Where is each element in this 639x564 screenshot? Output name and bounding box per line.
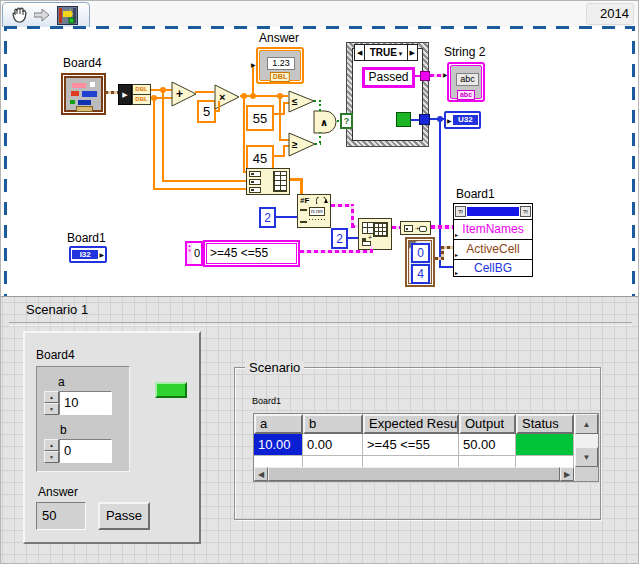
nfs-tick xyxy=(300,209,307,211)
greater-equal-node[interactable]: ≥ xyxy=(288,132,316,157)
table-scroll-left-button[interactable]: ◀ xyxy=(254,467,268,481)
unbundle-icon: ▶ xyxy=(118,84,132,105)
wire-dbl xyxy=(162,180,246,182)
array-convert-node[interactable]: ·+ xyxy=(400,221,431,235)
string2-type-tag: abc xyxy=(457,90,475,100)
passe-button[interactable]: Passe xyxy=(98,502,150,530)
add-node[interactable]: + xyxy=(171,81,197,107)
cell-output[interactable]: 50.00 xyxy=(459,434,516,456)
range-array-string[interactable]: >=45 <=55 xyxy=(203,240,300,267)
answer-indicator[interactable]: 1.23 DBL xyxy=(256,47,304,84)
build-array-node[interactable] xyxy=(246,168,290,195)
less-equal-glyph: ≤ xyxy=(292,96,298,107)
property-itemnames-text: ItemNames xyxy=(462,222,523,236)
table-hscroll-thumb[interactable] xyxy=(268,467,560,481)
constant-55[interactable]: 55 xyxy=(246,105,274,131)
column-header-status[interactable]: Status xyxy=(516,414,574,434)
column-header-b[interactable]: b xyxy=(303,414,363,434)
tool-tab[interactable] xyxy=(2,2,90,27)
cluster-col-value[interactable]: 4 xyxy=(411,264,430,284)
case-dropdown-arrow[interactable]: ▾ xyxy=(397,50,402,57)
tunnel-u32[interactable] xyxy=(419,114,430,125)
vi-icon[interactable] xyxy=(57,6,78,25)
number-to-fractional-string-node[interactable]: #F n.nn xyxy=(297,194,331,228)
b-decrement-button[interactable]: ▼ xyxy=(44,451,59,463)
column-header-output[interactable]: Output xyxy=(459,414,516,434)
b-input[interactable]: 0 xyxy=(59,439,112,463)
i32-type-text: I32 xyxy=(80,250,91,259)
and-glyph: ∧ xyxy=(320,117,328,128)
build-array-input xyxy=(249,187,261,193)
table-scroll-up-button[interactable]: ▲ xyxy=(575,414,598,434)
cluster-row-value[interactable]: 0 xyxy=(411,243,430,263)
position-arrow-icon[interactable] xyxy=(34,9,50,22)
a-value-text: 10 xyxy=(64,395,78,410)
replace-array-subset-node[interactable]: + xyxy=(358,218,392,250)
answer-type-text: DBL xyxy=(273,73,287,80)
a-spinner[interactable]: ▲ ▼ xyxy=(44,391,59,415)
answer-display[interactable]: 50 xyxy=(36,502,86,530)
board4-group-title: Board4 xyxy=(36,349,75,362)
string2-indicator-label: String 2 xyxy=(444,46,485,59)
cell-status[interactable] xyxy=(516,434,574,456)
column-header-a[interactable]: a xyxy=(254,414,303,434)
nfs-tick xyxy=(300,221,307,223)
constant-precision-2[interactable]: 2 xyxy=(259,207,276,228)
wire-bool xyxy=(315,143,321,145)
year-badge: 2014 xyxy=(586,3,634,25)
property-node-header: ?! ?! xyxy=(454,204,532,220)
property-row-cellbg[interactable]: ▸ CellBG xyxy=(454,260,532,278)
ras-grid-large xyxy=(373,222,388,237)
string2-inner: abc abc xyxy=(450,65,482,99)
board1-i32-terminal[interactable]: I32 ▶ xyxy=(69,246,107,263)
u32-indicator[interactable]: ▶ U32 xyxy=(444,111,481,129)
table-vscroll-track[interactable] xyxy=(575,434,598,447)
cell-expected[interactable]: >=45 <=55 xyxy=(363,434,459,456)
board4-terminal-inner xyxy=(64,76,103,112)
cell-b[interactable]: 0.00 xyxy=(303,434,363,456)
table-scroll-right-button[interactable]: ▶ xyxy=(560,467,574,481)
and-node[interactable]: ∧ xyxy=(313,110,338,134)
case-label-wrap[interactable]: TRUE ▾ xyxy=(365,45,406,61)
property-row-activecell[interactable]: ▸ ActiveCell xyxy=(454,240,532,260)
active-cell-cluster-constant[interactable]: 0 4 xyxy=(405,237,435,287)
constant-index-2[interactable]: 2 xyxy=(331,228,348,249)
wire-u32 xyxy=(439,266,453,268)
toolbar: 2014 xyxy=(1,1,639,27)
tunnel-string[interactable] xyxy=(420,71,430,81)
property-badge: ?! xyxy=(455,206,466,217)
range-array-index[interactable]: ▲▼ 0 xyxy=(185,241,203,266)
case-selector-header[interactable]: ◀ TRUE ▾ ▶ xyxy=(354,44,418,61)
less-equal-node[interactable]: ≤ xyxy=(288,90,315,113)
b-increment-button[interactable]: ▲ xyxy=(44,439,59,451)
board4-terminal-label: Board4 xyxy=(63,57,102,70)
wire-cluster xyxy=(441,246,453,249)
pass-led[interactable] xyxy=(155,382,187,398)
property-row-itemnames[interactable]: ▸ ItemNames xyxy=(454,220,532,240)
convert-icon-array xyxy=(404,225,413,232)
hand-tool-icon[interactable] xyxy=(10,6,30,25)
b-spinner[interactable]: ▲ ▼ xyxy=(44,439,59,463)
a-decrement-button[interactable]: ▼ xyxy=(44,403,59,415)
range-string-text: >=45 <=55 xyxy=(210,246,268,260)
icon-shape xyxy=(82,91,97,97)
board4-cluster: a ▲ ▼ 10 b ▲ ▼ 0 xyxy=(36,366,130,472)
unbundle-out-dbl[interactable]: DBL xyxy=(132,94,151,105)
color-box-constant[interactable] xyxy=(396,112,411,127)
case-selector-terminal[interactable]: ? xyxy=(340,113,353,129)
property-node[interactable]: ?! ?! ▸ ItemNames ▸ ActiveCell ▸ CellBG xyxy=(453,203,533,277)
unbundle-node[interactable]: ▶ DBL DBL xyxy=(118,84,151,105)
build-array-output-grid xyxy=(273,171,287,192)
constant-precision-value: 2 xyxy=(264,211,271,225)
a-input[interactable]: 10 xyxy=(59,391,112,415)
scenario1-tab-label[interactable]: Scenario 1 xyxy=(26,303,88,316)
case-prev-arrow[interactable]: ◀ xyxy=(355,45,365,60)
case-next-arrow[interactable]: ▶ xyxy=(407,45,417,60)
table-scroll-down-button[interactable]: ▼ xyxy=(575,447,598,467)
board4-terminal[interactable] xyxy=(61,73,106,115)
string2-indicator[interactable]: abc abc xyxy=(447,62,485,102)
passed-string-constant[interactable]: Passed xyxy=(362,67,415,88)
cell-a[interactable]: 10.00 xyxy=(254,434,303,456)
a-increment-button[interactable]: ▲ xyxy=(44,391,59,403)
column-header-expected[interactable]: Expected Resul xyxy=(363,414,459,434)
